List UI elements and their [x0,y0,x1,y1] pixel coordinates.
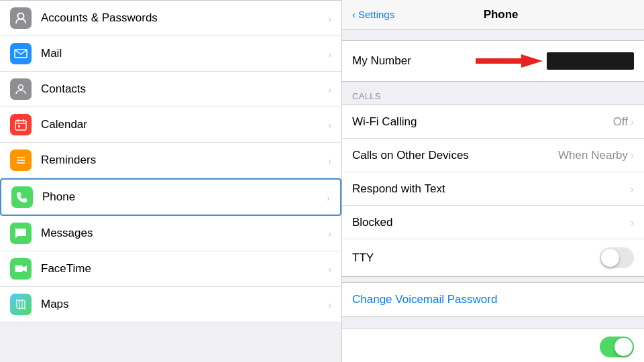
back-chevron-icon: ‹ [352,9,356,20]
messages-icon [10,223,32,244]
mail-icon [10,43,32,64]
wifi-calling-row[interactable]: Wi-Fi Calling Off › [342,105,644,139]
sidebar-item-facetime[interactable]: FaceTime › [0,251,341,287]
facetime-icon [10,258,32,280]
svg-point-0 [18,13,24,19]
my-number-label: My Number [352,54,476,68]
sidebar-item-phone[interactable]: Phone › [0,178,341,216]
svg-rect-7 [18,125,20,127]
chevron-icon: › [631,149,634,161]
tty-toggle-thumb [601,249,619,267]
chevron-icon: › [328,263,331,275]
back-button[interactable]: ‹ Settings [352,9,394,20]
calls-other-devices-label: Calls on Other Devices [352,149,558,162]
red-arrow [476,49,543,73]
wifi-calling-label: Wi-Fi Calling [352,115,613,129]
back-label: Settings [358,9,394,20]
voicemail-label: Change Voicemail Password [352,293,497,306]
section-spacer-4 [342,317,644,322]
svg-point-2 [19,85,23,90]
svg-marker-15 [476,54,543,68]
bottom-toggle-track [600,337,634,357]
blocked-label: Blocked [352,216,631,229]
sidebar-item-reminders[interactable]: Reminders › [0,143,341,178]
respond-text-label: Respond with Text [352,182,631,196]
sidebar-item-mail[interactable]: Mail › [0,36,341,72]
sidebar-item-label: Calendar [41,118,324,131]
sidebar-item-label: Maps [41,298,324,311]
sidebar-item-label: Phone [42,190,323,204]
sidebar-item-contacts[interactable]: Contacts › [0,72,341,107]
sidebar-item-label: Contacts [41,82,324,96]
svg-rect-3 [15,121,26,130]
section-spacer [342,29,644,35]
sidebar-item-label: FaceTime [41,262,324,276]
sidebar-item-label: Reminders [41,154,324,167]
bottom-section [342,328,644,362]
calendar-icon [10,114,32,135]
sidebar-item-label: Mail [41,47,324,60]
calls-other-devices-row[interactable]: Calls on Other Devices When Nearby › [342,139,644,172]
settings-list: Accounts & Passwords › Mail › Contacts › [0,0,341,322]
settings-sidebar: Accounts & Passwords › Mail › Contacts › [0,0,342,362]
accounts-icon [10,7,32,29]
bottom-toggle-thumb [614,338,633,356]
voicemail-row[interactable]: Change Voicemail Password [342,283,644,316]
right-header: ‹ Settings Phone [342,0,644,29]
my-number-section: My Number [342,40,644,82]
svg-marker-12 [23,265,27,272]
contacts-icon [10,78,32,100]
chevron-icon: › [631,217,634,228]
respond-text-row[interactable]: Respond with Text › [342,172,644,206]
chevron-icon: › [328,13,331,24]
chevron-icon: › [328,299,331,310]
detail-panel: ‹ Settings Phone My Number CALLS Wi-Fi C… [342,0,644,362]
wifi-calling-value: Off [613,115,628,129]
calls-section: Wi-Fi Calling Off › Calls on Other Devic… [342,105,644,277]
bottom-toggle[interactable] [600,337,634,357]
chevron-icon: › [631,183,634,194]
calls-other-devices-value: When Nearby [558,149,628,162]
chevron-icon: › [631,116,634,127]
phone-icon [11,186,33,208]
svg-rect-11 [15,265,23,272]
sidebar-item-calendar[interactable]: Calendar › [0,107,341,143]
tty-label: TTY [352,251,600,265]
my-number-row: My Number [342,41,644,81]
sidebar-item-label: Accounts & Passwords [41,11,324,25]
tty-toggle-track [600,247,634,268]
chevron-icon: › [328,155,331,166]
bottom-toggle-row[interactable] [342,328,644,362]
sidebar-item-label: Messages [41,227,324,240]
maps-icon [10,294,32,315]
reminders-icon [10,149,32,171]
chevron-icon: › [328,84,331,95]
page-title: Phone [394,8,607,21]
redacted-number [547,52,634,70]
chevron-icon: › [328,228,331,239]
calls-section-header: CALLS [342,86,644,105]
chevron-icon: › [328,119,331,131]
blocked-row[interactable]: Blocked › [342,206,644,239]
tty-toggle[interactable] [600,247,634,268]
section-spacer-3 [342,277,644,282]
voicemail-section: Change Voicemail Password [342,282,644,317]
sidebar-item-messages[interactable]: Messages › [0,216,341,251]
sidebar-item-maps[interactable]: Maps › [0,287,341,322]
sidebar-item-accounts[interactable]: Accounts & Passwords › [0,1,341,36]
tty-row[interactable]: TTY [342,239,644,276]
chevron-icon: › [328,48,331,60]
chevron-icon: › [327,192,330,203]
